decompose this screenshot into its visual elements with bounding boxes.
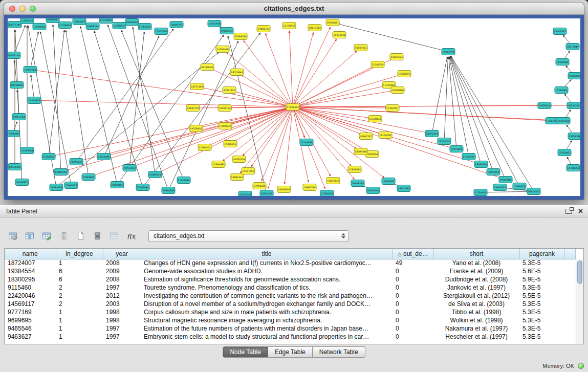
- table-cell[interactable]: 0: [393, 267, 433, 275]
- network-node[interactable]: 15145496: [300, 139, 313, 146]
- network-node[interactable]: 19320485: [397, 185, 410, 192]
- table-row[interactable]: 1456911722003Disruption of a novel membe…: [5, 300, 576, 308]
- network-edge[interactable]: [234, 92, 293, 107]
- table-cell[interactable]: 5.3E-5: [519, 300, 564, 308]
- table-cell[interactable]: 1: [56, 308, 103, 316]
- network-edge[interactable]: [289, 31, 293, 107]
- table-cell[interactable]: Disruption of a novel member of a sodium…: [141, 300, 393, 308]
- table-settings-icon[interactable]: [6, 230, 19, 242]
- table-cell[interactable]: 5.3E-5: [519, 333, 564, 341]
- table-cell[interactable]: Embryonic stem cells: a model to study s…: [141, 333, 393, 341]
- table-cell[interactable]: Corpus callosum shape and size in male p…: [141, 308, 393, 316]
- network-node[interactable]: 20118345: [201, 64, 214, 71]
- table-cell[interactable]: 18300295: [5, 275, 56, 283]
- table-cell[interactable]: Franke et al. (2009): [433, 267, 519, 275]
- vertical-scrollbar[interactable]: [576, 259, 583, 344]
- network-node[interactable]: 16832059: [487, 169, 500, 176]
- table-cell[interactable]: Dudbridge et al. (2008): [433, 275, 519, 283]
- tab-node-table[interactable]: Node Table: [223, 346, 268, 358]
- network-node[interactable]: 23084156: [54, 169, 68, 176]
- network-edge[interactable]: [49, 30, 64, 157]
- network-edge[interactable]: [293, 86, 384, 107]
- network-node[interactable]: 18820394: [425, 130, 439, 137]
- table-cell[interactable]: 2008: [103, 259, 141, 267]
- network-node[interactable]: 22103954: [136, 184, 149, 191]
- network-node[interactable]: 18095426: [354, 148, 367, 155]
- network-node[interactable]: 15982304: [24, 67, 37, 73]
- network-node[interactable]: 16645794: [442, 49, 455, 55]
- table-cell[interactable]: 5.3E-5: [519, 283, 564, 292]
- network-node[interactable]: 16293057: [438, 138, 451, 145]
- network-node[interactable]: 16849301: [354, 45, 367, 51]
- table-cell[interactable]: Changes of HCN gene expression and I(f) …: [141, 259, 393, 267]
- table-cell[interactable]: 14569117: [5, 300, 56, 308]
- table-cell[interactable]: 2009: [103, 267, 141, 275]
- network-node[interactable]: 25084621: [148, 171, 162, 178]
- network-node[interactable]: 16950382: [382, 178, 395, 185]
- table-cell[interactable]: 0: [393, 300, 433, 308]
- network-node[interactable]: 18936205: [8, 164, 21, 170]
- network-node[interactable]: 19263840: [391, 87, 404, 94]
- network-node[interactable]: 18273049: [566, 43, 579, 50]
- network-node[interactable]: 12534980: [212, 161, 225, 168]
- minimize-window-button[interactable]: [19, 6, 26, 12]
- table-cell[interactable]: 2: [56, 283, 103, 292]
- table-cell[interactable]: 1997: [103, 283, 141, 292]
- table-selector-dropdown[interactable]: citations_edges.txt: [148, 230, 349, 242]
- network-node[interactable]: 18236045: [10, 82, 24, 89]
- table-cell[interactable]: 0: [393, 333, 433, 341]
- network-node[interactable]: 25160832: [42, 154, 55, 160]
- table-cell[interactable]: 6: [56, 267, 103, 275]
- network-node[interactable]: 14275162: [190, 83, 204, 90]
- table-cell[interactable]: Tibbo et al. (1998): [433, 308, 519, 316]
- table-cell[interactable]: de Silva et al. (2003): [433, 300, 519, 308]
- network-node[interactable]: 16104782: [379, 132, 392, 139]
- table-cell[interactable]: 2012: [103, 292, 141, 300]
- network-node[interactable]: 22089534: [234, 33, 247, 40]
- table-cell[interactable]: 5.3E-5: [519, 316, 564, 324]
- table-cell[interactable]: 5.3E-5: [519, 308, 564, 316]
- network-edge[interactable]: [28, 26, 56, 187]
- table-row[interactable]: 969969511998Structural magnetic resonanc…: [5, 316, 576, 324]
- network-node[interactable]: 17364201: [198, 144, 211, 151]
- network-node[interactable]: 21130946: [282, 23, 296, 29]
- network-edge[interactable]: [53, 25, 61, 172]
- network-node[interactable]: 16930285: [556, 59, 569, 65]
- table-cell[interactable]: 0: [393, 275, 433, 283]
- network-node[interactable]: 10846293: [170, 21, 183, 28]
- network-edge[interactable]: [104, 36, 159, 157]
- network-node[interactable]: 12490837: [113, 23, 126, 29]
- network-edge[interactable]: [293, 107, 325, 189]
- network-node[interactable]: 20653104: [8, 52, 20, 59]
- network-node[interactable]: 11254430: [333, 32, 346, 38]
- zoom-window-button[interactable]: [30, 6, 36, 12]
- tab-network-table[interactable]: Network Table: [313, 346, 365, 358]
- network-node[interactable]: 18613304: [308, 25, 321, 31]
- network-node[interactable]: 18495032: [493, 184, 507, 191]
- table-cell[interactable]: 9463627: [5, 333, 56, 341]
- network-node[interactable]: 18396204: [474, 161, 488, 168]
- network-node[interactable]: 16539820: [15, 179, 29, 186]
- table-cell[interactable]: Tourette syndrome. Phenomenology and cla…: [141, 283, 393, 292]
- network-node[interactable]: 15260384: [20, 147, 34, 154]
- table-row[interactable]: 1938455462009Genome-wide association stu…: [5, 267, 576, 275]
- column-header-in_degree[interactable]: in_degree: [56, 249, 103, 259]
- table-cell[interactable]: 1997: [103, 333, 141, 341]
- table-cell[interactable]: 0: [393, 324, 433, 333]
- table-cell[interactable]: Structural magnetic resonance image aver…: [141, 316, 393, 324]
- network-node[interactable]: 16035724: [186, 105, 200, 112]
- network-edge[interactable]: [133, 27, 155, 174]
- network-node[interactable]: 21038465: [111, 182, 124, 188]
- network-node[interactable]: 19375026: [450, 146, 463, 152]
- close-panel-icon[interactable]: ×: [578, 208, 583, 215]
- table-cell[interactable]: 1997: [103, 324, 141, 333]
- table-cell[interactable]: 0: [393, 316, 433, 324]
- network-node[interactable]: 20391827: [223, 87, 236, 94]
- network-edge[interactable]: [293, 107, 501, 178]
- network-node[interactable]: 10358246: [125, 19, 139, 26]
- network-node[interactable]: 19203846: [499, 177, 512, 183]
- table-cell[interactable]: 0: [393, 308, 433, 316]
- network-node[interactable]: 15930174: [218, 105, 231, 112]
- network-node[interactable]: 16304852: [28, 97, 41, 104]
- network-edge[interactable]: [30, 32, 38, 70]
